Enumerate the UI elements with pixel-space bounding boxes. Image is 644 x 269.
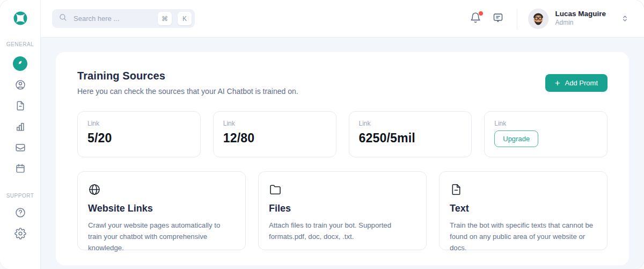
- leaf-icon: [16, 59, 24, 69]
- calendar-icon: [14, 163, 26, 177]
- shortcut-cmd-badge: ⌘: [158, 12, 172, 25]
- stat-label: Link: [223, 120, 326, 127]
- feature-card-files[interactable]: Files Attach files to train your bot. Su…: [258, 171, 427, 250]
- feature-description: Attach files to train your bot. Supporte…: [269, 220, 415, 242]
- feature-description: Train the bot with specific texts that c…: [450, 220, 596, 253]
- shortcut-k-badge: K: [178, 12, 192, 25]
- user-info: Lucas Maguire Admin: [555, 10, 606, 27]
- notifications-button[interactable]: [469, 12, 482, 26]
- stat-label: Link: [359, 120, 462, 127]
- header-divider: [517, 9, 517, 29]
- feature-cards-row: Website Links Crawl your website pages a…: [77, 171, 608, 250]
- messages-button[interactable]: [491, 12, 505, 26]
- sidebar-section-general-label: GENERAL: [6, 41, 34, 47]
- sidebar-section-support-label: SUPPORT: [6, 193, 34, 199]
- feature-card-text[interactable]: Text Train the bot with specific texts t…: [439, 171, 608, 250]
- message-icon: [492, 12, 504, 26]
- compass-star-logo-icon: [12, 19, 28, 28]
- feature-card-website-links[interactable]: Website Links Crawl your website pages a…: [77, 171, 246, 250]
- stat-card-link-2: Link 12/80: [213, 111, 336, 157]
- stat-card-link-1: Link 5/20: [77, 111, 201, 157]
- panel-header: Training Sources Here you can check the …: [77, 70, 608, 96]
- training-sources-panel: Training Sources Here you can check the …: [56, 52, 629, 265]
- chevron-up-down-icon[interactable]: [620, 13, 630, 24]
- add-prompt-button[interactable]: + Add Promt: [545, 74, 608, 92]
- folder-icon: [269, 183, 415, 196]
- sidebar-nav-general: [13, 56, 27, 176]
- feature-title: Files: [269, 203, 415, 214]
- plus-icon: +: [555, 78, 560, 88]
- user-icon: [14, 79, 26, 93]
- avatar: [528, 9, 548, 29]
- upgrade-button[interactable]: Upgrade: [494, 130, 538, 147]
- sidebar-item-dashboard[interactable]: [13, 56, 27, 71]
- stat-cards-row: Link 5/20 Link 12/80 Link 6250/5mil Link…: [77, 111, 608, 157]
- document-icon: [14, 100, 26, 114]
- stat-label: Link: [87, 120, 191, 127]
- brand-logo[interactable]: [12, 10, 28, 26]
- add-prompt-button-label: Add Promt: [565, 79, 598, 87]
- stat-card-link-4: Link Upgrade: [484, 111, 608, 157]
- app-window: GENERAL: [0, 0, 644, 269]
- sidebar-item-account[interactable]: [13, 80, 27, 92]
- sidebar-item-settings[interactable]: [13, 229, 27, 241]
- sidebar-nav-support: [13, 208, 27, 241]
- header-actions: Lucas Maguire Admin: [469, 9, 630, 29]
- gear-icon: [14, 228, 26, 242]
- stat-value: 5/20: [87, 131, 191, 146]
- page-subtitle: Here you can check the sources that your…: [77, 87, 298, 96]
- user-menu[interactable]: Lucas Maguire Admin: [528, 9, 630, 29]
- stat-card-link-3: Link 6250/5mil: [349, 111, 472, 157]
- sidebar-item-calendar[interactable]: [13, 164, 27, 176]
- search-icon: [58, 13, 68, 24]
- feature-description: Crawl your website pages automatically t…: [88, 220, 235, 253]
- mail-icon: [14, 142, 26, 156]
- stat-value: 12/80: [223, 131, 326, 146]
- bar-chart-icon: [14, 121, 26, 135]
- globe-icon: [88, 183, 235, 196]
- user-role: Admin: [555, 19, 606, 27]
- sidebar-item-inbox[interactable]: [13, 143, 27, 155]
- feature-title: Text: [450, 203, 596, 214]
- search-input[interactable]: [72, 14, 152, 23]
- stat-value: 6250/5mil: [359, 131, 462, 146]
- page-title: Training Sources: [77, 70, 298, 82]
- file-text-icon: [450, 183, 596, 196]
- content-area: Training Sources Here you can check the …: [41, 38, 644, 269]
- sidebar: GENERAL: [0, 0, 41, 269]
- search-box[interactable]: ⌘ K: [52, 9, 195, 28]
- help-icon: [14, 207, 26, 221]
- feature-title: Website Links: [88, 203, 235, 214]
- sidebar-item-documents[interactable]: [13, 101, 27, 113]
- sidebar-item-help[interactable]: [13, 208, 27, 220]
- user-name: Lucas Maguire: [555, 10, 606, 19]
- stat-label: Link: [494, 120, 597, 127]
- panel-header-text: Training Sources Here you can check the …: [77, 70, 298, 96]
- notification-unread-dot: [479, 11, 483, 16]
- sidebar-item-analytics[interactable]: [13, 122, 27, 134]
- top-bar: ⌘ K: [41, 0, 644, 38]
